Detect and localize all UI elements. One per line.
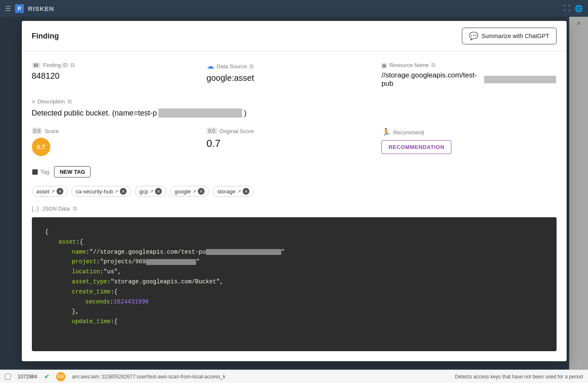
json-line-name: name:"//storage.googleapis.com/test-pu" bbox=[45, 247, 543, 257]
finding-id-label: Finding ID bbox=[43, 62, 68, 68]
bottom-resource-text: arn:aws:iam::315855282677:user/test-aws-… bbox=[72, 374, 225, 380]
tag-google-name: google bbox=[174, 188, 191, 195]
original-score-label: Original Score bbox=[220, 128, 254, 134]
gcp-cloud-icon: ☁ bbox=[207, 62, 214, 71]
finding-modal: Finding 💬 Summarize with ChatGPT ID Find… bbox=[22, 21, 567, 361]
finding-id-value: 848120 bbox=[32, 71, 207, 81]
json-data-label-row: {..} JSON Data ⧉ bbox=[32, 205, 557, 212]
tag-gcp-link-icon[interactable]: ↗ bbox=[150, 189, 153, 194]
description-label: Description bbox=[38, 98, 65, 105]
json-line-asset-key: asset:{ bbox=[45, 237, 543, 247]
tag-chip-storage: storage ↗ ✕ bbox=[212, 186, 254, 197]
data-source-cell: ☁ Data Source ⧉ google:asset bbox=[207, 62, 381, 88]
tags-list: asset ↗ ✕ ca-security-hub ↗ ✕ gcp ↗ ✕ go… bbox=[32, 186, 557, 197]
tag-asset-name: asset bbox=[36, 188, 49, 195]
tag-label: ⬛ Tag bbox=[32, 169, 49, 175]
copy-resource-icon[interactable]: ⧉ bbox=[431, 62, 435, 69]
json-line-create-time-close: }, bbox=[45, 307, 543, 317]
id-icon-badge: ID bbox=[32, 62, 41, 68]
tag-ca-close-icon[interactable]: ✕ bbox=[120, 188, 127, 195]
recommend-icon: 🏃 bbox=[381, 128, 391, 137]
tag-google-link-icon[interactable]: ↗ bbox=[192, 189, 196, 194]
modal-title: Finding bbox=[32, 32, 59, 41]
modal-body: ID Finding ID ⧉ 848120 ☁ Data Source ⧉ bbox=[22, 51, 567, 361]
description-icon: ≡ bbox=[32, 98, 35, 105]
json-project-redacted bbox=[146, 259, 196, 265]
score-cell: 0:0 Score 0.7 bbox=[32, 128, 207, 156]
score-circle: 0.7 bbox=[32, 138, 50, 156]
json-line-create-time: create_time:{ bbox=[45, 287, 543, 297]
tag-ca-link-icon[interactable]: ↗ bbox=[114, 189, 118, 194]
tag-google-close-icon[interactable]: ✕ bbox=[198, 188, 205, 195]
bottom-score-badge: 0.6 bbox=[56, 372, 65, 381]
recommend-label: Recommend bbox=[393, 129, 424, 136]
resource-name-cell: ▣ Resource Name ⧉ //storage.googleapis.c… bbox=[381, 62, 556, 88]
description-value: Detected public bucket. (name=test-p) bbox=[32, 108, 557, 118]
tag-storage-close-icon[interactable]: ✕ bbox=[243, 188, 249, 195]
globe-icon[interactable]: 🌐 bbox=[575, 5, 583, 13]
json-icon: {..} bbox=[32, 206, 39, 212]
copy-description-icon[interactable]: ⧉ bbox=[67, 98, 72, 105]
tag-asset-link-icon[interactable]: ↗ bbox=[51, 189, 55, 194]
tag-ca-name: ca-security-hub bbox=[76, 188, 113, 195]
new-tag-button[interactable]: NEW TAG bbox=[54, 166, 90, 177]
data-source-label-row: ☁ Data Source ⧉ bbox=[207, 62, 381, 71]
finding-id-cell: ID Finding ID ⧉ 848120 bbox=[32, 62, 207, 88]
fullscreen-icon[interactable]: ⛶ bbox=[564, 5, 570, 12]
tag-asset-close-icon[interactable]: ✕ bbox=[57, 188, 63, 195]
tag-chip-ca-security-hub: ca-security-hub ↗ ✕ bbox=[71, 186, 132, 197]
bottom-bar: 1072984 ✔ 0.6 arn:aws:iam::315855282677:… bbox=[0, 370, 588, 383]
tag-gcp-close-icon[interactable]: ✕ bbox=[155, 188, 162, 195]
json-line-brace-open: { bbox=[45, 227, 543, 237]
brand-name: RISKEN bbox=[28, 5, 54, 12]
json-data-box: { asset:{ name:"//storage.googleapis.com… bbox=[32, 217, 557, 351]
bottom-checkbox[interactable] bbox=[5, 374, 11, 380]
summarize-chatgpt-button[interactable]: 💬 Summarize with ChatGPT bbox=[462, 28, 557, 44]
data-source-label: Data Source bbox=[217, 63, 247, 69]
description-row: ≡ Description ⧉ Detected public bucket. … bbox=[32, 98, 557, 118]
copy-json-icon[interactable]: ⧉ bbox=[73, 205, 77, 212]
tag-storage-name: storage bbox=[217, 188, 235, 195]
top-navigation: ☰ P RISKEN ⛶ 🌐 bbox=[0, 0, 588, 17]
resource-redacted bbox=[484, 76, 556, 83]
copy-datasource-icon[interactable]: ⧉ bbox=[249, 63, 254, 70]
tag-chip-google: google ↗ ✕ bbox=[170, 186, 209, 197]
modal-overlay: Finding 💬 Summarize with ChatGPT ID Find… bbox=[0, 17, 588, 383]
finding-id-label-row: ID Finding ID ⧉ bbox=[32, 62, 207, 69]
modal-header: Finding 💬 Summarize with ChatGPT bbox=[22, 21, 567, 51]
original-score-cell: 0:0 Original Score 0.7 bbox=[207, 128, 381, 149]
json-line-seconds: seconds:1624431996 bbox=[45, 297, 543, 307]
tag-row: ⬛ Tag NEW TAG bbox=[32, 166, 557, 177]
recommendation-button[interactable]: RECOMMENDATION bbox=[381, 140, 451, 154]
tag-chip-asset: asset ↗ ✕ bbox=[32, 186, 68, 197]
bottom-right-text: Detects access keys that have not been u… bbox=[455, 374, 583, 380]
score-icon-badge: 0:0 bbox=[32, 128, 42, 134]
score-label-row: 0:0 Score bbox=[32, 128, 207, 134]
info-row-1: ID Finding ID ⧉ 848120 ☁ Data Source ⧉ bbox=[32, 62, 557, 88]
chatgpt-button-label: Summarize with ChatGPT bbox=[482, 33, 549, 39]
original-score-label-row: 0:0 Original Score bbox=[207, 128, 381, 134]
menu-icon[interactable]: ☰ bbox=[5, 5, 11, 13]
tag-gcp-name: gcp bbox=[139, 188, 148, 195]
tag-storage-link-icon[interactable]: ↗ bbox=[237, 189, 241, 194]
json-line-location: location:"us", bbox=[45, 267, 543, 277]
copy-id-icon[interactable]: ⧉ bbox=[70, 62, 75, 69]
resource-name-value: //storage.googleapis.com/test-pub bbox=[381, 71, 556, 88]
score-row: 0:0 Score 0.7 0:0 Original Score 0.7 bbox=[32, 128, 557, 156]
original-score-value: 0.7 bbox=[207, 138, 381, 149]
data-source-value: google:asset bbox=[207, 73, 381, 83]
recommend-cell: 🏃 Recommend RECOMMENDATION bbox=[381, 128, 556, 154]
resource-name-label-row: ▣ Resource Name ⧉ bbox=[381, 62, 556, 69]
description-redacted bbox=[158, 108, 242, 118]
json-line-update-time: update_time:{ bbox=[45, 317, 543, 327]
tag-icon: ⬛ bbox=[32, 169, 38, 175]
json-data-label: JSON Data bbox=[42, 206, 70, 212]
description-label-row: ≡ Description ⧉ bbox=[32, 98, 557, 105]
json-line-project: project:"projects/969" bbox=[45, 257, 543, 267]
tag-chip-gcp: gcp ↗ ✕ bbox=[135, 186, 166, 197]
score-label: Score bbox=[44, 128, 59, 134]
chatgpt-icon: 💬 bbox=[469, 31, 478, 41]
original-score-icon-badge: 0:0 bbox=[207, 128, 217, 134]
json-line-asset-type: asset_type:"storage.googleapis.com/Bucke… bbox=[45, 277, 543, 287]
bottom-finding-id: 1072984 bbox=[18, 374, 37, 380]
